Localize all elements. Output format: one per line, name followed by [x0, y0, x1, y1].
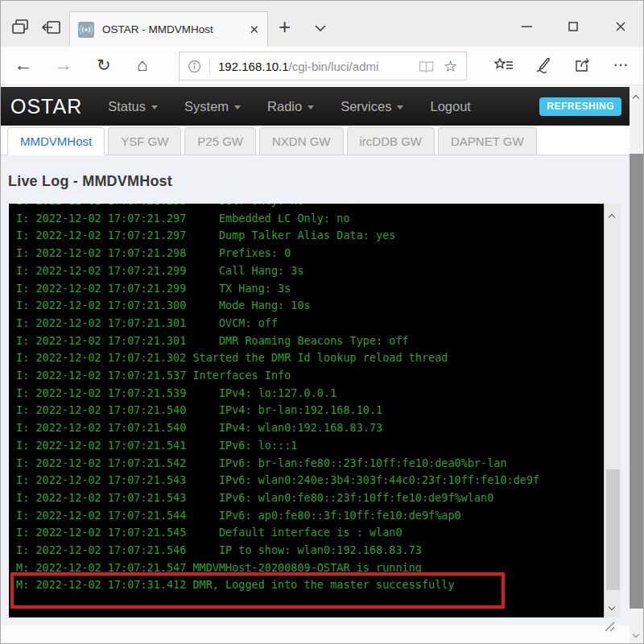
- page-scrollbar-thumb[interactable]: [630, 154, 643, 609]
- log-line: I: 2022-12-02 17:07:21.299 Call Hang: 3s: [16, 262, 602, 280]
- log-line: I: 2022-12-02 17:07:21.298 Prefixes: 0: [16, 245, 602, 262]
- tab-nxdn-gw[interactable]: NXDN GW: [259, 127, 344, 155]
- page-scroll-down-icon[interactable]: [633, 631, 639, 638]
- site-info-icon[interactable]: [188, 60, 201, 73]
- page-content: Live Log - MMDVMHost I: 2022-12-02 17:07…: [1, 155, 630, 644]
- log-line: I: 2022-12-02 17:07:21.296 Self Only: no: [16, 204, 602, 210]
- url-host: 192.168.10.1: [218, 60, 289, 73]
- live-log-textarea[interactable]: I: 2022-12-02 17:07:21.296 Self Only: no…: [9, 204, 621, 617]
- chevron-down-icon: [151, 105, 158, 109]
- window-maximize-button[interactable]: [561, 19, 585, 35]
- textarea-resize-grip[interactable]: [603, 621, 615, 632]
- forward-icon[interactable]: →: [54, 54, 72, 76]
- log-lines: I: 2022-12-02 17:07:21.296 Self Only: no…: [16, 204, 602, 594]
- log-line: I: 2022-12-02 17:07:21.541 IPv6: lo:::1: [16, 437, 602, 455]
- log-line: I: 2022-12-02 17:07:21.540 IPv4: wlan0:1…: [16, 419, 602, 437]
- highlight-box: [10, 572, 505, 609]
- page-scroll-up-icon[interactable]: [633, 95, 639, 101]
- nav-item-logout[interactable]: Logout: [430, 99, 470, 114]
- log-line: I: 2022-12-02 17:07:21.546 IP to show: w…: [16, 542, 602, 559]
- tab-list-chevron-icon[interactable]: [315, 25, 326, 31]
- new-tab-button[interactable]: +: [279, 14, 291, 39]
- nav-item-status[interactable]: Status: [108, 99, 158, 114]
- log-scrollbar[interactable]: [604, 204, 621, 617]
- site-favicon: [78, 22, 94, 38]
- nav-item-system[interactable]: System: [184, 99, 241, 114]
- tab-dapnet-gw[interactable]: DAPNET GW: [438, 127, 537, 155]
- log-line: I: 2022-12-02 17:07:21.544 IPv6: ap0:fe8…: [16, 507, 602, 525]
- url-divider: [209, 58, 210, 74]
- brand-logo[interactable]: OSTAR: [10, 95, 82, 118]
- window-close-button[interactable]: [609, 19, 633, 35]
- navbar-menu: StatusSystemRadioServicesLogout: [108, 99, 497, 114]
- share-icon[interactable]: [574, 56, 593, 74]
- set-aside-tabs-icon[interactable]: [41, 19, 62, 36]
- tab-preview-icon[interactable]: [10, 19, 31, 36]
- refreshing-badge: REFRESHING: [539, 97, 621, 116]
- nav-item-radio[interactable]: Radio: [267, 99, 314, 114]
- content-bottom-strip: [1, 625, 630, 644]
- log-line: I: 2022-12-02 17:07:21.297 Dump Talker A…: [16, 227, 602, 245]
- browser-tab[interactable]: OSTAR - MMDVMHost ✕: [69, 11, 268, 47]
- tab-ysf-gw[interactable]: YSF GW: [108, 127, 181, 155]
- log-line: I: 2022-12-02 17:07:21.301 DMR Roaming B…: [16, 332, 602, 350]
- tab-p25-gw[interactable]: P25 GW: [184, 127, 256, 155]
- url-field[interactable]: 192.168.10.1 /cgi-bin/luci/admi ☆: [179, 52, 467, 80]
- page-title: Live Log - MMDVMHost: [8, 173, 172, 190]
- window-minimize-button[interactable]: [514, 19, 539, 35]
- browser-tab-title: OSTAR - MMDVMHost: [102, 23, 241, 35]
- log-line: I: 2022-12-02 17:07:21.537 Interfaces In…: [16, 367, 602, 385]
- log-line: I: 2022-12-02 17:07:21.539 IPv4: lo:127.…: [16, 385, 602, 402]
- log-line: I: 2022-12-02 17:07:21.545 Default inter…: [16, 524, 602, 542]
- tab-close-icon[interactable]: ✕: [249, 23, 259, 35]
- log-line: I: 2022-12-02 17:07:21.542 IPv6: br-lan:…: [16, 455, 602, 473]
- browser-tab-bar: OSTAR - MMDVMHost ✕ +: [1, 1, 643, 47]
- chevron-down-icon: [234, 105, 241, 109]
- page-viewport: OSTAR StatusSystemRadioServicesLogout RE…: [1, 85, 630, 644]
- browser-address-bar: ← → ↻ ⌂ 192.168.10.1 /cgi-bin/luci/admi …: [1, 47, 643, 85]
- url-path: /cgi-bin/luci/admi: [289, 60, 419, 73]
- web-note-pen-icon[interactable]: [532, 56, 553, 74]
- chevron-down-icon: [397, 105, 403, 109]
- page-scrollbar[interactable]: [630, 85, 643, 644]
- add-favorite-star-icon[interactable]: ☆: [444, 59, 457, 74]
- log-scrollbar-thumb[interactable]: [606, 469, 620, 590]
- tab-mmdvmhost[interactable]: MMDVMHost: [7, 127, 105, 155]
- nav-item-services[interactable]: Services: [341, 99, 403, 114]
- service-tabs: MMDVMHostYSF GWP25 GWNXDN GWircDDB GWDAP…: [1, 127, 630, 155]
- site-navbar: OSTAR StatusSystemRadioServicesLogout RE…: [1, 87, 630, 126]
- log-scroll-down-icon[interactable]: [609, 604, 615, 610]
- log-line: I: 2022-12-02 17:07:21.543 IPv6: wlan0:f…: [16, 489, 602, 507]
- chevron-down-icon: [308, 105, 314, 109]
- favorites-hub-icon[interactable]: [493, 57, 514, 73]
- log-line: I: 2022-12-02 17:07:21.299 TX Hang: 3s: [16, 280, 602, 298]
- log-line: I: 2022-12-02 17:07:21.301 OVCM: off: [16, 315, 602, 332]
- log-line: I: 2022-12-02 17:07:21.300 Mode Hang: 10…: [16, 297, 602, 315]
- more-options-icon[interactable]: …: [613, 52, 630, 70]
- back-icon[interactable]: ←: [14, 54, 32, 76]
- home-icon[interactable]: ⌂: [137, 55, 147, 76]
- log-line: I: 2022-12-02 17:07:21.540 IPv4: br-lan:…: [16, 402, 602, 419]
- tab-ircddb-gw[interactable]: ircDDB GW: [347, 127, 436, 155]
- reading-view-icon[interactable]: [419, 60, 434, 72]
- log-line: I: 2022-12-02 17:07:21.297 Embedded LC O…: [16, 210, 602, 228]
- refresh-icon[interactable]: ↻: [97, 56, 111, 75]
- log-scroll-up-icon[interactable]: [609, 214, 615, 221]
- log-line: I: 2022-12-02 17:07:21.302 Started the D…: [16, 349, 602, 367]
- log-line: I: 2022-12-02 17:07:21.543 IPv6: wlan0:2…: [16, 472, 602, 489]
